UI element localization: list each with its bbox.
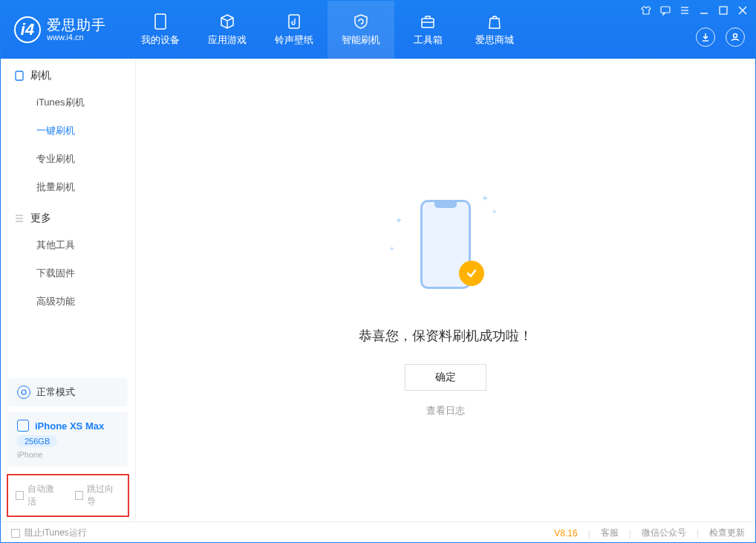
sidebar-item-batch-flash[interactable]: 批量刷机 [1, 173, 135, 201]
footer-right: V8.16 | 客服 | 微信公众号 | 检查更新 [554, 527, 745, 539]
sparkle-icon: ✦ [389, 245, 395, 253]
tab-store[interactable]: 爱思商城 [461, 1, 528, 59]
success-message: 恭喜您，保资料刷机成功啦！ [359, 327, 532, 345]
footer-link-update[interactable]: 检查更新 [709, 527, 745, 539]
tab-my-device[interactable]: 我的设备 [127, 1, 194, 59]
sparkle-icon: ✦ [395, 215, 403, 226]
main-tabs: 我的设备 应用游戏 铃声壁纸 智能刷机 工具箱 爱思商城 [127, 1, 528, 59]
header-actions [696, 27, 745, 47]
minimize-button[interactable] [699, 5, 709, 18]
section-title: 刷机 [30, 69, 51, 82]
device-outline-icon [17, 420, 29, 432]
checkbox-label: 自动激活 [27, 483, 61, 508]
storage-badge: 256GB [17, 435, 57, 447]
svg-rect-0 [155, 14, 166, 29]
checkbox-block-itunes[interactable]: 阻止iTunes运行 [11, 527, 87, 539]
checkbox-label: 跳过向导 [87, 483, 120, 508]
options-highlight: 自动激活 跳过向导 [7, 474, 129, 517]
sidebar-bottom: 正常模式 iPhone XS Max 256GB iPhone 自动激活 跳过向… [1, 372, 135, 521]
device-type: iPhone [17, 450, 119, 459]
list-icon [14, 213, 25, 224]
skin-icon[interactable] [641, 5, 651, 18]
tab-label: 智能刷机 [342, 33, 380, 47]
bag-icon [486, 13, 504, 30]
body: 刷机 iTunes刷机 一键刷机 专业刷机 批量刷机 更多 其他工具 下载固件 … [1, 59, 755, 521]
tab-label: 爱思商城 [475, 33, 514, 47]
cube-icon [218, 13, 236, 30]
refresh-shield-icon [352, 13, 370, 30]
svg-rect-1 [289, 15, 299, 28]
logo-area: i4 爱思助手 www.i4.cn [1, 1, 120, 59]
mode-label: 正常模式 [36, 386, 75, 399]
status-bar: 阻止iTunes运行 V8.16 | 客服 | 微信公众号 | 检查更新 [1, 521, 755, 543]
checkmark-badge-icon [459, 261, 484, 286]
sidebar-item-oneclick-flash[interactable]: 一键刷机 [1, 117, 135, 145]
svg-point-12 [734, 34, 737, 38]
maximize-button[interactable] [718, 5, 729, 18]
tab-apps-games[interactable]: 应用游戏 [194, 1, 261, 59]
logo-icon: i4 [14, 16, 41, 43]
tab-label: 我的设备 [141, 33, 180, 47]
toolbox-icon [419, 13, 437, 30]
close-button[interactable] [737, 5, 748, 18]
footer-link-service[interactable]: 客服 [601, 527, 619, 539]
feedback-icon[interactable] [660, 5, 671, 18]
footer-link-wechat[interactable]: 微信公众号 [642, 527, 686, 539]
checkbox-label: 阻止iTunes运行 [25, 527, 87, 539]
sidebar-item-pro-flash[interactable]: 专业刷机 [1, 145, 135, 173]
app-url: www.i4.cn [47, 33, 106, 42]
tab-label: 应用游戏 [208, 33, 247, 47]
tab-label: 铃声壁纸 [275, 33, 313, 47]
view-log-link[interactable]: 查看日志 [426, 404, 465, 417]
sidebar: 刷机 iTunes刷机 一键刷机 专业刷机 批量刷机 更多 其他工具 下载固件 … [1, 59, 136, 521]
sidebar-item-advanced[interactable]: 高级功能 [1, 287, 135, 316]
phone-icon [151, 13, 169, 30]
device-icon [14, 71, 25, 81]
checkbox-icon [75, 491, 83, 500]
device-name: iPhone XS Max [35, 420, 104, 432]
svg-rect-9 [720, 7, 727, 14]
svg-rect-4 [661, 7, 670, 13]
version-label: V8.16 [554, 528, 577, 539]
main-content: ✦ ✦ ✦ ✦ 恭喜您，保资料刷机成功啦！ 确定 查看日志 [136, 59, 755, 521]
section-title: 更多 [30, 212, 51, 225]
checkbox-auto-activate[interactable]: 自动激活 [16, 483, 62, 508]
sync-icon [17, 386, 30, 399]
sidebar-item-download-firmware[interactable]: 下载固件 [1, 259, 135, 287]
ok-button[interactable]: 确定 [405, 364, 486, 391]
sparkle-icon: ✦ [481, 193, 489, 204]
sidebar-section-more: 更多 [1, 201, 135, 231]
window-controls-top [641, 5, 748, 18]
music-file-icon [285, 13, 303, 30]
sidebar-item-itunes-flash[interactable]: iTunes刷机 [1, 88, 135, 117]
app-header: i4 爱思助手 www.i4.cn 我的设备 应用游戏 铃声壁纸 智能刷机 工具… [1, 1, 755, 59]
app-name: 爱思助手 [47, 18, 106, 33]
sparkle-icon: ✦ [492, 208, 498, 215]
mode-card[interactable]: 正常模式 [8, 378, 128, 406]
checkbox-icon [11, 529, 20, 538]
svg-rect-2 [422, 19, 434, 27]
checkbox-icon [16, 491, 24, 500]
tab-ringtones-wallpapers[interactable]: 铃声壁纸 [261, 1, 328, 59]
success-illustration: ✦ ✦ ✦ ✦ [371, 193, 520, 305]
download-button[interactable] [696, 27, 715, 47]
tab-smart-flash[interactable]: 智能刷机 [328, 1, 394, 59]
sidebar-section-flash: 刷机 [1, 59, 135, 88]
menu-icon[interactable] [680, 5, 690, 18]
tab-label: 工具箱 [414, 33, 443, 47]
device-card[interactable]: iPhone XS Max 256GB iPhone [8, 412, 128, 466]
svg-rect-13 [16, 71, 23, 80]
tab-toolbox[interactable]: 工具箱 [394, 1, 461, 59]
logo-text: 爱思助手 www.i4.cn [47, 18, 106, 42]
checkbox-skip-wizard[interactable]: 跳过向导 [75, 483, 121, 508]
sidebar-item-other-tools[interactable]: 其他工具 [1, 231, 135, 259]
user-button[interactable] [726, 27, 745, 47]
